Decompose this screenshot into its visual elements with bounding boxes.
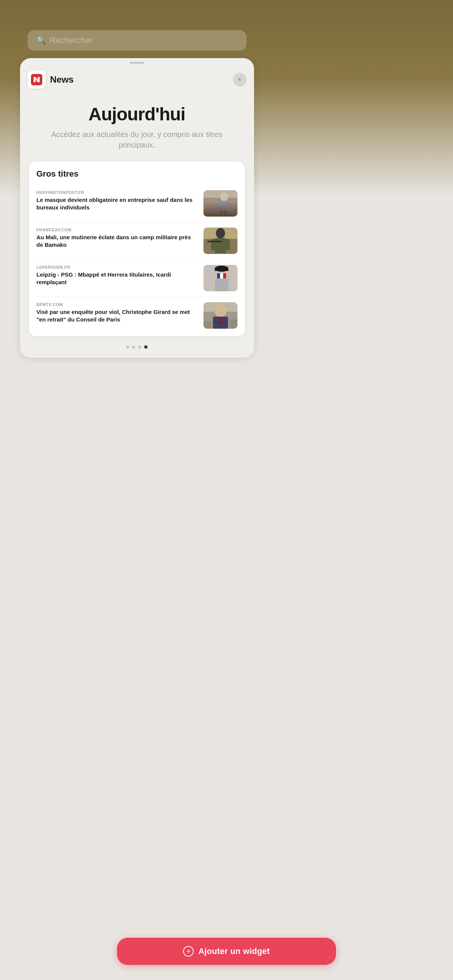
section-title: Gros titres <box>37 169 238 179</box>
news-text-4: BFMTV.COM Visé par une enquête pour viol… <box>37 302 198 324</box>
news-headline-4: Visé par une enquête pour viol, Christop… <box>37 308 198 324</box>
svg-rect-26 <box>228 280 233 283</box>
add-widget-button[interactable]: + Ajouter un widget <box>117 938 274 965</box>
svg-rect-7 <box>220 211 223 216</box>
news-text-1: HUFFINGTONPOST.FR Le masque devient obli… <box>37 190 198 212</box>
news-thumb-2 <box>204 228 238 254</box>
search-placeholder: Rechercher <box>50 35 93 45</box>
search-icon: 🔍 <box>37 36 46 45</box>
svg-rect-2 <box>204 190 238 216</box>
svg-point-11 <box>216 228 225 239</box>
app-icon <box>27 70 46 89</box>
page-dot-4[interactable] <box>144 345 148 349</box>
news-item-4[interactable]: BFMTV.COM Visé par une enquête pour viol… <box>37 297 238 329</box>
svg-rect-33 <box>230 319 238 329</box>
svg-rect-12 <box>215 238 226 253</box>
widget-header: News × <box>20 64 254 92</box>
news-item-1[interactable]: HUFFINGTONPOST.FR Le masque devient obli… <box>37 185 238 222</box>
app-title: News <box>50 74 74 85</box>
close-icon: × <box>238 76 241 83</box>
news-headline-2: Au Mali, une mutinerie éclate dans un ca… <box>37 234 198 249</box>
news-item-3[interactable]: LEPARISIEN.FR Leipzig - PSG : Mbappé et … <box>37 259 238 297</box>
news-text-2: FRANCE24.COM Au Mali, une mutinerie écla… <box>37 228 198 249</box>
svg-point-4 <box>220 192 228 202</box>
main-title: Aujourd'hui <box>35 104 239 124</box>
news-headline-1: Le masque devient obligatoire en entrepr… <box>37 196 198 212</box>
search-bar[interactable]: 🔍 Rechercher <box>27 30 247 51</box>
svg-rect-24 <box>223 273 226 278</box>
svg-rect-22 <box>217 273 220 278</box>
svg-point-29 <box>214 304 226 317</box>
news-item-2[interactable]: FRANCE24.COM Au Mali, une mutinerie écla… <box>37 222 238 259</box>
widget-card: News × Aujourd'hui Accédez aux actualité… <box>20 58 254 358</box>
news-headline-3: Leipzig - PSG : Mbappé et Herrera titula… <box>37 271 198 286</box>
news-thumb-3 <box>204 265 238 291</box>
svg-rect-5 <box>219 201 229 214</box>
svg-rect-25 <box>215 278 228 291</box>
subtitle: Accédez aux actualités du jour, y compri… <box>35 129 239 150</box>
news-widget: Gros titres HUFFINGTONPOST.FR Le masque … <box>29 162 245 336</box>
news-thumb-1 <box>204 190 238 216</box>
svg-rect-31 <box>219 317 222 325</box>
page-indicators <box>20 345 254 349</box>
svg-rect-32 <box>204 321 211 329</box>
header-left: News <box>27 70 74 89</box>
svg-rect-8 <box>224 211 226 216</box>
svg-rect-3 <box>204 198 238 216</box>
svg-rect-6 <box>218 202 221 211</box>
news-text-3: LEPARISIEN.FR Leipzig - PSG : Mbappé et … <box>37 265 198 286</box>
svg-rect-14 <box>225 239 230 250</box>
news-source-1: HUFFINGTONPOST.FR <box>37 190 198 195</box>
page-dot-1[interactable] <box>126 346 129 349</box>
news-thumb-4 <box>204 302 238 329</box>
plus-icon: + <box>183 946 194 957</box>
add-widget-label: Ajouter un widget <box>198 947 270 956</box>
news-source-2: FRANCE24.COM <box>37 228 198 232</box>
news-source-3: LEPARISIEN.FR <box>37 265 198 269</box>
svg-rect-13 <box>211 239 215 250</box>
page-dot-3[interactable] <box>138 346 141 349</box>
svg-rect-19 <box>215 269 228 271</box>
title-section: Aujourd'hui Accédez aux actualités du jo… <box>20 92 254 158</box>
close-button[interactable]: × <box>233 73 247 86</box>
svg-rect-23 <box>220 273 223 278</box>
page-dot-2[interactable] <box>132 346 135 349</box>
news-source-4: BFMTV.COM <box>37 302 198 307</box>
svg-rect-15 <box>207 241 222 242</box>
